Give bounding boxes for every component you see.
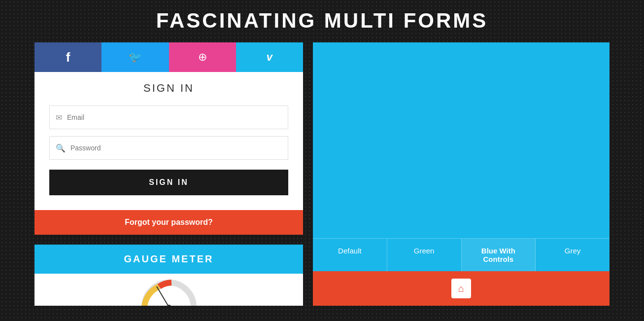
tab-default[interactable]: Default [313,239,387,271]
password-input-group: 🔍 [49,136,288,160]
vimeo-icon: v [267,51,272,64]
home-icon: ⌂ [458,283,464,294]
tab-green[interactable]: Green [387,239,462,271]
facebook-icon: f [66,50,70,65]
svg-line-0 [157,286,169,306]
gauge-body [34,274,303,306]
dribbble-button[interactable]: ⊕ [169,42,236,72]
dribbble-icon: ⊕ [198,51,207,64]
page-title: FASCINATING MULTI FORMS [0,0,644,42]
vimeo-button[interactable]: v [236,42,303,72]
password-icon: 🔍 [56,143,66,153]
orange-panel: ⌂ [313,271,610,306]
gauge-card: GAUGE METER [34,245,303,306]
gauge-title: GAUGE METER [34,245,303,274]
password-input[interactable] [70,144,282,152]
gauge-svg [139,278,199,306]
tab-grey[interactable]: Grey [536,239,610,271]
tab-blue-with-controls[interactable]: Blue With Controls [462,239,536,271]
left-column: f 🐦 ⊕ v SIGN IN ✉ [34,42,303,306]
forgot-password-bar[interactable]: Forgot your password? [34,210,303,235]
gauge-visual [139,278,199,306]
signin-card: f 🐦 ⊕ v SIGN IN ✉ [34,42,303,235]
email-icon: ✉ [56,113,62,122]
signin-body: SIGN IN ✉ 🔍 SIGN IN [34,72,303,210]
email-input-group: ✉ [49,106,288,129]
facebook-button[interactable]: f [34,42,102,72]
orange-panel-icon: ⌂ [451,279,471,298]
panel-tabs: Default Green Blue With Controls Grey [313,238,610,271]
twitter-button[interactable]: 🐦 [102,42,169,72]
signin-title: SIGN IN [49,82,288,95]
twitter-icon: 🐦 [129,51,142,64]
right-column: Default Green Blue With Controls Grey ⌂ [313,42,610,306]
signin-button[interactable]: SIGN IN [49,170,288,195]
main-content: f 🐦 ⊕ v SIGN IN ✉ [0,42,644,306]
email-input[interactable] [67,113,282,121]
social-bar: f 🐦 ⊕ v [34,42,303,72]
blue-panel: Default Green Blue With Controls Grey [313,42,610,271]
